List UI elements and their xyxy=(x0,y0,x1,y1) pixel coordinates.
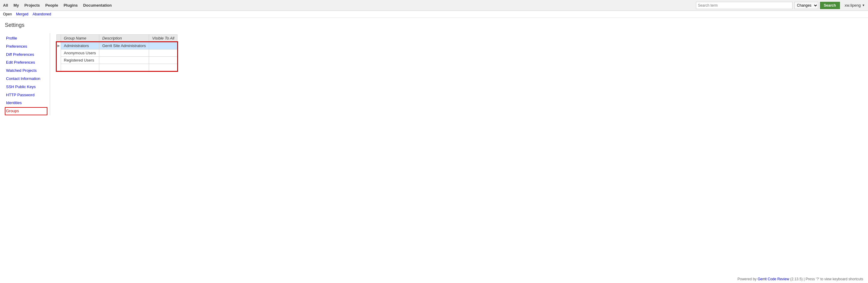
subnav-merged[interactable]: Merged xyxy=(16,12,28,16)
group-visible-cell xyxy=(149,50,178,57)
nav-projects[interactable]: Projects xyxy=(25,3,40,7)
group-visible-cell xyxy=(149,64,178,71)
group-description-cell xyxy=(99,50,149,57)
top-navigation: All My Projects People Plugins Documenta… xyxy=(0,0,868,11)
subnav-open[interactable]: Open xyxy=(3,12,12,16)
page-content: Settings Profile Preferences Diff Prefer… xyxy=(0,18,868,120)
col-group-name: Group Name xyxy=(61,35,99,42)
group-description-cell xyxy=(99,64,149,71)
sidebar-item-diff-preferences[interactable]: Diff Preferences xyxy=(5,51,48,59)
sidebar-item-profile[interactable]: Profile xyxy=(5,34,48,42)
group-name-cell[interactable]: Administrators xyxy=(61,42,99,50)
group-description-cell: Gerrit Site Administrators xyxy=(99,42,149,50)
search-area: Changes Search xw.lipeng ▼ xyxy=(696,2,865,9)
groups-table-header: Group Name Description Visible To All xyxy=(56,35,178,42)
sidebar-item-edit-preferences[interactable]: Edit Preferences xyxy=(5,59,48,67)
groups-main-content: Group Name Description Visible To All ▶ … xyxy=(50,33,863,115)
subnav-abandoned[interactable]: Abandoned xyxy=(33,12,51,16)
sidebar-item-preferences[interactable]: Preferences xyxy=(5,42,48,51)
sidebar-item-groups[interactable]: Groups xyxy=(5,107,48,115)
row-arrow xyxy=(56,50,61,57)
group-name-cell[interactable]: Anonymous Users xyxy=(61,50,99,57)
nav-plugins[interactable]: Plugins xyxy=(64,3,78,7)
table-row[interactable]: Anonymous Users xyxy=(56,50,178,57)
nav-documentation[interactable]: Documentation xyxy=(83,3,112,7)
table-row[interactable]: ▶ Administrators Gerrit Site Administrat… xyxy=(56,42,178,50)
group-name-cell[interactable] xyxy=(61,64,99,71)
sidebar-item-identities[interactable]: Identities xyxy=(5,99,48,107)
search-input[interactable] xyxy=(696,2,793,9)
header-row: Group Name Description Visible To All xyxy=(56,35,178,42)
groups-table-body: ▶ Administrators Gerrit Site Administrat… xyxy=(56,42,178,71)
sidebar-item-watched-projects[interactable]: Watched Projects xyxy=(5,67,48,75)
sidebar-item-http-password[interactable]: HTTP Password xyxy=(5,91,48,99)
table-row[interactable]: Registered Users xyxy=(56,57,178,64)
group-visible-cell xyxy=(149,42,178,50)
nav-my[interactable]: My xyxy=(13,3,19,7)
row-arrow xyxy=(56,64,61,71)
groups-table: Group Name Description Visible To All ▶ … xyxy=(56,34,178,71)
col-visible: Visible To All xyxy=(149,35,178,42)
sidebar-item-ssh-public-keys[interactable]: SSH Public Keys xyxy=(5,83,48,91)
group-name-cell[interactable]: Registered Users xyxy=(61,57,99,64)
row-arrow xyxy=(56,57,61,64)
search-type-select[interactable]: Changes xyxy=(794,2,818,9)
user-menu[interactable]: xw.lipeng ▼ xyxy=(845,3,865,7)
username-label: xw.lipeng xyxy=(845,3,861,7)
chevron-down-icon: ▼ xyxy=(862,4,865,7)
nav-all[interactable]: All xyxy=(3,3,8,7)
nav-people[interactable]: People xyxy=(45,3,58,7)
settings-sidebar: Profile Preferences Diff Preferences Edi… xyxy=(5,33,50,115)
settings-layout: Profile Preferences Diff Preferences Edi… xyxy=(5,33,863,115)
col-description: Description xyxy=(99,35,149,42)
page-title: Settings xyxy=(5,22,863,28)
sidebar-item-contact-information[interactable]: Contact Information xyxy=(5,75,48,83)
col-arrow xyxy=(56,35,61,42)
search-button[interactable]: Search xyxy=(820,2,840,9)
table-row[interactable] xyxy=(56,64,178,71)
nav-links: All My Projects People Plugins Documenta… xyxy=(3,3,112,7)
sub-navigation: Open Merged Abandoned xyxy=(0,11,868,18)
group-description-cell xyxy=(99,57,149,64)
row-arrow: ▶ xyxy=(56,42,61,50)
group-visible-cell xyxy=(149,57,178,64)
